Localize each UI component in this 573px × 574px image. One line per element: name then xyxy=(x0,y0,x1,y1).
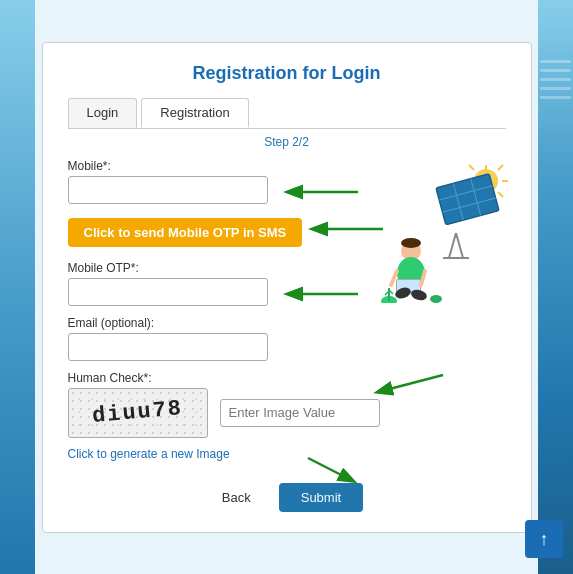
mobile-input[interactable] xyxy=(68,176,268,204)
svg-line-3 xyxy=(378,375,443,392)
email-label: Email (optional): xyxy=(68,316,506,330)
modal-title: Registration for Login xyxy=(68,63,506,84)
svg-line-11 xyxy=(498,165,503,170)
arrow-otp-btn xyxy=(308,218,388,240)
tabs-container: Login Registration xyxy=(68,98,506,129)
tab-login[interactable]: Login xyxy=(68,98,138,128)
arrow-otp xyxy=(283,283,363,305)
svg-point-23 xyxy=(401,238,421,248)
svg-line-13 xyxy=(498,192,503,197)
arrow-submit xyxy=(298,453,378,488)
modal-container: Registration for Login Login Registratio… xyxy=(42,42,532,533)
email-group: Email (optional): xyxy=(68,316,506,361)
human-check-group: Human Check*: diuu78 Click to g xyxy=(68,371,506,473)
scroll-top-icon: ↑ xyxy=(540,529,549,550)
captcha-input[interactable] xyxy=(220,399,380,427)
mobile-otp-input[interactable] xyxy=(68,278,268,306)
form-footer: Back Submit xyxy=(68,483,506,512)
svg-line-20 xyxy=(456,233,463,258)
page-center: Registration for Login Login Registratio… xyxy=(35,0,538,574)
scroll-to-top-button[interactable]: ↑ xyxy=(525,520,563,558)
tab-registration[interactable]: Registration xyxy=(141,98,248,128)
svg-line-19 xyxy=(449,233,456,258)
back-button[interactable]: Back xyxy=(210,484,263,511)
bg-right-panel xyxy=(538,0,573,574)
arrow-captcha xyxy=(373,370,448,398)
svg-line-10 xyxy=(469,165,474,170)
regenerate-captcha-link[interactable]: Click to generate a new Image xyxy=(68,447,230,461)
step-label: Step 2/2 xyxy=(68,135,506,149)
svg-line-4 xyxy=(308,458,353,481)
svg-point-32 xyxy=(430,295,442,303)
email-input[interactable] xyxy=(68,333,268,361)
captcha-image: diuu78 xyxy=(68,388,208,438)
bg-left-panel xyxy=(0,0,35,574)
send-otp-button[interactable]: Click to send Mobile OTP in SMS xyxy=(68,218,303,247)
arrow-mobile xyxy=(283,181,363,203)
human-check-row: diuu78 xyxy=(68,388,506,438)
illustration xyxy=(381,163,511,303)
